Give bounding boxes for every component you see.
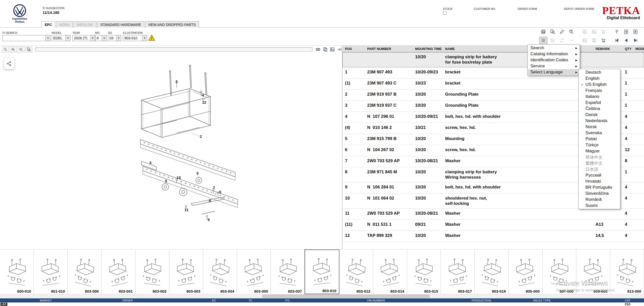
language-option-sloven-ina[interactable]: Slovenščina — [579, 190, 620, 197]
mg-select[interactable]: 8 ▼ — [95, 35, 107, 41]
language-option-italiano[interactable]: Italiano — [579, 94, 620, 100]
model-select[interactable]: EDEL ▼ — [52, 35, 70, 41]
next-catalog-page-button[interactable] — [631, 28, 639, 35]
language-option-polski[interactable]: Polski — [579, 136, 620, 142]
cell-time: 10/20 — [413, 54, 443, 65]
thumbnail-803-014[interactable]: 803-014 — [373, 249, 407, 294]
language-option-fran-ais[interactable]: Français — [579, 88, 620, 94]
menu-item-catalog-information[interactable]: Catalog Information▶ — [528, 51, 579, 57]
previous-catalog-page-button[interactable] — [622, 28, 630, 35]
parts-row-11[interactable]: 112W0 703 529 AP10/20-08/21Washer4 — [342, 209, 644, 220]
illustration-select[interactable]: 803-010 ▼ — [123, 35, 147, 41]
cell-pos: 10 — [342, 196, 365, 206]
nav-previous-button[interactable] — [622, 37, 630, 44]
chevron-down-icon[interactable]: ▼ — [102, 35, 106, 41]
menu-item-search[interactable]: Search▶ — [528, 45, 579, 51]
cat-value: 21A — [625, 302, 630, 306]
thumbnail-803-010[interactable]: 803-010 — [305, 249, 339, 294]
thumbnail-805-000[interactable]: 805-000 — [508, 249, 542, 294]
language-option-item-17[interactable]: Русский — [579, 172, 620, 178]
thumbnail-800-010[interactable]: 800-010 — [0, 249, 34, 294]
pages-icon — [582, 29, 587, 34]
language-option-magyar[interactable]: Magyar — [579, 148, 620, 154]
chevron-down-icon[interactable]: ▼ — [45, 35, 50, 41]
thumbnail-803-000[interactable]: 803-000 — [68, 249, 101, 294]
thumbnail-809-000[interactable]: 809-000 — [576, 249, 610, 294]
language-option-nederlands[interactable]: Nederlands — [579, 118, 620, 124]
thumbnail-803-019[interactable]: 803-019 — [475, 249, 508, 294]
language-option-item-15[interactable]: 繁體中文 — [579, 160, 620, 166]
language-option-espa-ol[interactable]: Español — [579, 100, 620, 106]
zoom-window-button[interactable] — [2, 46, 9, 52]
year-value: 2026 (T) — [73, 36, 90, 40]
chevron-down-icon[interactable]: ▼ — [90, 35, 95, 41]
language-label: US English — [585, 82, 607, 87]
language-option-english[interactable]: English — [579, 75, 620, 81]
language-option-dansk[interactable]: Dansk — [579, 112, 620, 118]
zoom-page-button[interactable] — [25, 46, 32, 52]
fi-suggestion-value: 11/14.180 — [43, 10, 64, 15]
zoom-out-button[interactable] — [18, 46, 24, 52]
thumbnail-803-015[interactable]: 803-015 — [407, 249, 441, 294]
depot-order-form-label[interactable]: DEPOT ORDER FORM — [564, 7, 594, 10]
year-select[interactable]: 2026 (T) ▼ — [72, 35, 95, 41]
pin-illustration-button[interactable] — [613, 28, 621, 35]
language-option-svenska[interactable]: Svenska — [579, 130, 620, 136]
language-option-deutsch[interactable]: Deutsch — [579, 69, 620, 75]
thumbnail-scrollbar[interactable] — [0, 294, 644, 298]
zoom-slider-track[interactable] — [35, 47, 312, 51]
language-option-item-16[interactable]: 日本語 — [579, 166, 620, 172]
chevron-down-icon[interactable]: ▼ — [142, 35, 147, 41]
thumbnail-807-000[interactable]: 807-000 — [543, 249, 576, 294]
print-button[interactable] — [539, 28, 547, 35]
language-option-t-rk-e[interactable]: Türkçe — [579, 142, 620, 148]
nav-first-button[interactable] — [613, 37, 621, 44]
edit-annotation-button[interactable] — [558, 28, 566, 35]
zoom-document-button[interactable] — [549, 28, 557, 35]
nav-last-button[interactable] — [631, 37, 639, 44]
stock-checkbox[interactable] — [443, 11, 447, 15]
chevron-down-icon[interactable]: ▼ — [116, 35, 121, 41]
tab-new-and-dropped-parts[interactable]: NEW AND DROPPED PARTS — [145, 21, 199, 27]
fi-search-input[interactable]: ▼ — [3, 35, 50, 41]
thumbnail-801-010[interactable]: 801-010 — [34, 249, 68, 294]
parts-menu-button[interactable] — [539, 37, 547, 44]
collapse-panel-button[interactable] — [336, 46, 343, 52]
thumbnail-803-007[interactable]: 803-007 — [271, 249, 305, 294]
language-option-br-portugu-s[interactable]: BR Português — [579, 184, 620, 190]
language-option-rom-n[interactable]: Română — [579, 197, 620, 203]
tab-epc[interactable]: EPC — [41, 21, 55, 28]
thumbnail-803-003[interactable]: 803-003 — [169, 249, 203, 294]
image-view-button[interactable] — [329, 46, 336, 52]
language-option-suomi[interactable]: Suomi — [579, 203, 620, 209]
sg-select[interactable]: 03 ▼ — [108, 35, 121, 41]
menu-item-identification-codes[interactable]: Identification Codes▶ — [528, 57, 579, 63]
thumbnail-803-012[interactable]: 803-012 — [339, 249, 373, 294]
language-option-hrvatski[interactable]: Hrvatski — [579, 178, 620, 184]
page-overview-button[interactable] — [322, 46, 329, 52]
thumbnail-803-002[interactable]: 803-002 — [136, 249, 169, 294]
thumbnail-813-000[interactable]: 813-000 — [610, 249, 644, 294]
parts-row-11[interactable]: (11)N 011 531 109/21WasherA134 — [342, 220, 644, 231]
thumbnail-803-017[interactable]: 803-017 — [441, 249, 475, 294]
language-option-item-14[interactable]: 简体中文 — [579, 154, 620, 160]
search-help-button[interactable] — [567, 28, 575, 35]
thumbnail-803-004[interactable]: 803-004 — [203, 249, 237, 294]
thumbnail-803-005[interactable]: 803-005 — [237, 249, 271, 294]
language-option-us-english[interactable]: ✓US English — [579, 81, 620, 88]
zoom-in-button[interactable] — [10, 46, 17, 52]
shopping-cart-button[interactable] — [599, 37, 607, 44]
language-option-norsk[interactable]: Norsk — [579, 124, 620, 130]
thumbnail-label: 803-007 — [271, 289, 304, 293]
chevron-down-icon[interactable]: ▼ — [65, 35, 70, 41]
warning-icon[interactable]: ! — [148, 35, 155, 41]
scrollbar-thumb[interactable] — [262, 295, 430, 298]
menu-item-service[interactable]: Service▶ — [528, 63, 579, 69]
order-form-label[interactable]: ORDER FORM — [518, 7, 537, 10]
tab-standard-hardware[interactable]: STANDARD HARDWARE — [97, 21, 144, 27]
menu-item-select-language[interactable]: Select Language▶ — [528, 69, 579, 75]
thumbnail-803-001[interactable]: 803-001 — [101, 249, 135, 294]
parts-row-12[interactable]: 12TAP 899 32910/20Washer14,54 — [342, 231, 644, 242]
language-option-e-tina[interactable]: Čeština — [579, 106, 620, 112]
parts-row[interactable]: 10/20clamping strip for battery for fuse… — [342, 52, 644, 67]
